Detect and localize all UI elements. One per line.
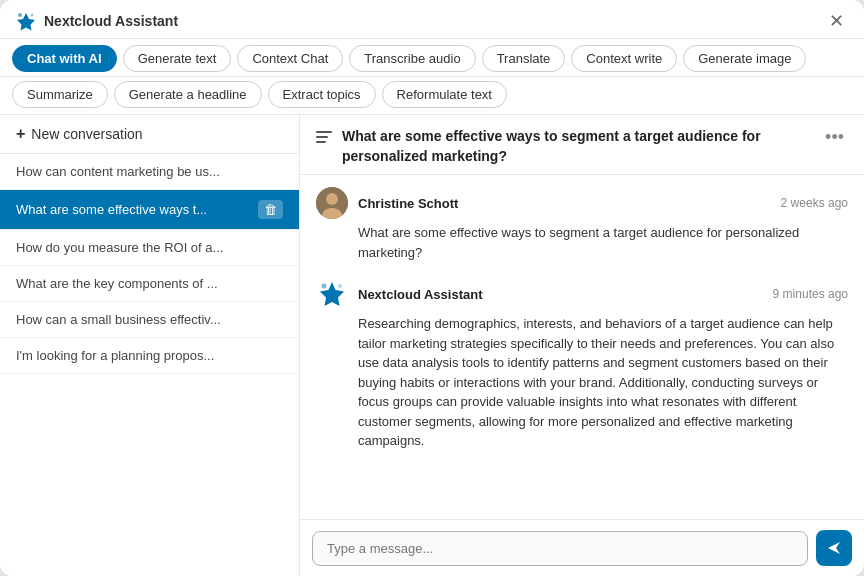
tabs-row-2: Summarize Generate a headline Extract to… bbox=[0, 77, 864, 115]
conversation-text-4: How can a small business effectiv... bbox=[16, 312, 283, 327]
conversation-item-2[interactable]: How do you measure the ROI of a... bbox=[0, 230, 299, 266]
chat-header-title: What are some effective ways to segment … bbox=[342, 127, 811, 166]
title-bar: Nextcloud Assistant ✕ bbox=[0, 0, 864, 39]
chat-panel: What are some effective ways to segment … bbox=[300, 115, 864, 576]
tab-transcribe-audio[interactable]: Transcribe audio bbox=[349, 45, 475, 72]
avatar-1 bbox=[316, 278, 348, 310]
conversation-item-1[interactable]: What are some effective ways t... 🗑 bbox=[0, 190, 299, 230]
main-area: + New conversation How can content marke… bbox=[0, 115, 864, 576]
app-icon bbox=[16, 11, 36, 31]
plus-icon: + bbox=[16, 125, 25, 143]
svg-rect-2 bbox=[316, 131, 332, 133]
conversation-text-2: How do you measure the ROI of a... bbox=[16, 240, 283, 255]
conversation-item-0[interactable]: How can content marketing be us... bbox=[0, 154, 299, 190]
svg-point-0 bbox=[18, 13, 22, 17]
tab-context-write[interactable]: Context write bbox=[571, 45, 677, 72]
new-conversation-label: New conversation bbox=[31, 126, 142, 142]
svg-point-8 bbox=[322, 284, 327, 289]
messages-area: Christine Schott 2 weeks ago What are so… bbox=[300, 175, 864, 519]
message-body-0: What are some effective ways to segment … bbox=[316, 223, 848, 262]
tab-extract-topics[interactable]: Extract topics bbox=[268, 81, 376, 108]
conversation-text-3: What are the key components of ... bbox=[16, 276, 283, 291]
svg-rect-4 bbox=[316, 141, 326, 143]
svg-rect-3 bbox=[316, 136, 328, 138]
tab-context-chat[interactable]: Context Chat bbox=[237, 45, 343, 72]
message-meta-1: Nextcloud Assistant 9 minutes ago bbox=[316, 278, 848, 310]
avatar-0 bbox=[316, 187, 348, 219]
svg-point-6 bbox=[326, 193, 338, 205]
app-window: Nextcloud Assistant ✕ Chat with AI Gener… bbox=[0, 0, 864, 576]
tab-generate-image[interactable]: Generate image bbox=[683, 45, 806, 72]
title-bar-left: Nextcloud Assistant bbox=[16, 11, 178, 31]
message-1: Nextcloud Assistant 9 minutes ago Resear… bbox=[316, 278, 848, 451]
tab-generate-text[interactable]: Generate text bbox=[123, 45, 232, 72]
list-icon bbox=[316, 129, 332, 149]
svg-point-1 bbox=[31, 14, 34, 17]
message-body-1: Researching demographics, interests, and… bbox=[316, 314, 848, 451]
conversation-text-1: What are some effective ways t... bbox=[16, 202, 250, 217]
conversation-item-4[interactable]: How can a small business effectiv... bbox=[0, 302, 299, 338]
window-title: Nextcloud Assistant bbox=[44, 13, 178, 29]
conversation-item-3[interactable]: What are the key components of ... bbox=[0, 266, 299, 302]
sidebar: + New conversation How can content marke… bbox=[0, 115, 300, 576]
chat-menu-button[interactable]: ••• bbox=[821, 127, 848, 148]
message-meta-0: Christine Schott 2 weeks ago bbox=[316, 187, 848, 219]
message-time-0: 2 weeks ago bbox=[781, 196, 848, 210]
tab-chat-ai[interactable]: Chat with AI bbox=[12, 45, 117, 72]
conversation-text-0: How can content marketing be us... bbox=[16, 164, 283, 179]
conversation-delete-button-1[interactable]: 🗑 bbox=[258, 200, 283, 219]
message-input[interactable] bbox=[312, 531, 808, 566]
input-area bbox=[300, 519, 864, 576]
message-sender-1: Nextcloud Assistant bbox=[358, 287, 483, 302]
conversation-text-5: I'm looking for a planning propos... bbox=[16, 348, 283, 363]
send-button[interactable] bbox=[816, 530, 852, 566]
conversation-item-5[interactable]: I'm looking for a planning propos... bbox=[0, 338, 299, 374]
tab-summarize[interactable]: Summarize bbox=[12, 81, 108, 108]
svg-point-9 bbox=[338, 284, 342, 288]
tab-reformulate-text[interactable]: Reformulate text bbox=[382, 81, 507, 108]
new-conversation-button[interactable]: + New conversation bbox=[0, 115, 299, 154]
tab-generate-headline[interactable]: Generate a headline bbox=[114, 81, 262, 108]
conversation-list: How can content marketing be us... What … bbox=[0, 154, 299, 576]
chat-header: What are some effective ways to segment … bbox=[300, 115, 864, 175]
tabs-row-1: Chat with AI Generate text Context Chat … bbox=[0, 39, 864, 77]
message-time-1: 9 minutes ago bbox=[773, 287, 848, 301]
close-button[interactable]: ✕ bbox=[825, 10, 848, 32]
message-0: Christine Schott 2 weeks ago What are so… bbox=[316, 187, 848, 262]
send-icon bbox=[826, 540, 842, 556]
message-sender-0: Christine Schott bbox=[358, 196, 458, 211]
tab-translate[interactable]: Translate bbox=[482, 45, 566, 72]
